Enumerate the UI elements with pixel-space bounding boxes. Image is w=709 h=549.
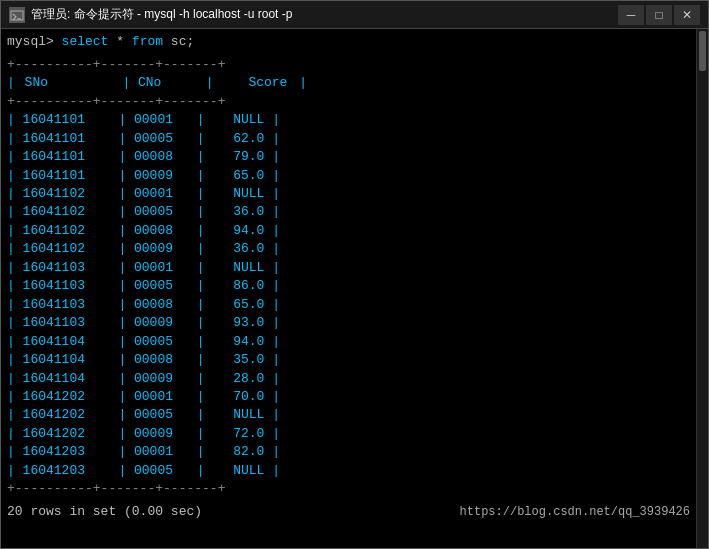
- cmd-space: *: [108, 34, 131, 49]
- table-rows: | 16041101 | 00001 | NULL || 16041101 | …: [7, 111, 690, 480]
- minimize-button[interactable]: ─: [618, 5, 644, 25]
- title-bar: 管理员: 命令提示符 - mysql -h localhost -u root …: [1, 1, 708, 29]
- table-row: | 16041101 | 00009 | 65.0 |: [7, 167, 690, 185]
- table-row: | 16041104 | 00005 | 94.0 |: [7, 333, 690, 351]
- terminal-content[interactable]: mysql> select * from sc; +----------+---…: [1, 29, 696, 548]
- title-bar-text: 管理员: 命令提示符 - mysql -h localhost -u root …: [31, 6, 292, 23]
- title-bar-left: 管理员: 命令提示符 - mysql -h localhost -u root …: [9, 6, 292, 23]
- cmd-table: sc;: [163, 34, 194, 49]
- status-url: https://blog.csdn.net/qq_3939426: [460, 504, 690, 521]
- table-row: | 16041202 | 00005 | NULL |: [7, 406, 690, 424]
- table-row: | 16041102 | 00008 | 94.0 |: [7, 222, 690, 240]
- cmd-select: select: [62, 34, 109, 49]
- table-row: | 16041102 | 00001 | NULL |: [7, 185, 690, 203]
- table-row: | 16041101 | 00008 | 79.0 |: [7, 148, 690, 166]
- window: 管理员: 命令提示符 - mysql -h localhost -u root …: [0, 0, 709, 549]
- scrollbar-thumb[interactable]: [699, 31, 706, 71]
- table-row: | 16041103 | 00009 | 93.0 |: [7, 314, 690, 332]
- sep-top: +----------+-------+-------+: [7, 56, 690, 74]
- col-header-score: Score: [221, 74, 291, 92]
- title-bar-controls: ─ □ ✕: [618, 5, 700, 25]
- table-row: | 16041103 | 00008 | 65.0 |: [7, 296, 690, 314]
- col-header-sno: SNo: [23, 74, 115, 92]
- table-row: | 16041101 | 00005 | 62.0 |: [7, 130, 690, 148]
- scrollbar[interactable]: [696, 29, 708, 548]
- table-row: | 16041104 | 00008 | 35.0 |: [7, 351, 690, 369]
- table-row: | 16041104 | 00009 | 28.0 |: [7, 370, 690, 388]
- table-row: | 16041203 | 00001 | 82.0 |: [7, 443, 690, 461]
- table-row: | 16041203 | 00005 | NULL |: [7, 462, 690, 480]
- table-row: | 16041102 | 00005 | 36.0 |: [7, 203, 690, 221]
- col-header-cno: CNo: [138, 74, 198, 92]
- close-button[interactable]: ✕: [674, 5, 700, 25]
- header-row: | SNo | CNo | Score |: [7, 74, 690, 92]
- cmd-from: from: [132, 34, 163, 49]
- table-row: | 16041202 | 00001 | 70.0 |: [7, 388, 690, 406]
- table-row: | 16041102 | 00009 | 36.0 |: [7, 240, 690, 258]
- table-container: +----------+-------+-------+ | SNo | CNo…: [7, 56, 690, 499]
- sep-bottom: +----------+-------+-------+: [7, 480, 690, 498]
- maximize-button[interactable]: □: [646, 5, 672, 25]
- prompt-line: mysql> select * from sc;: [7, 33, 690, 52]
- table-row: | 16041103 | 00005 | 86.0 |: [7, 277, 690, 295]
- table-row: | 16041101 | 00001 | NULL |: [7, 111, 690, 129]
- status-line: 20 rows in set (0.00 sec) https://blog.c…: [7, 499, 690, 522]
- table-row: | 16041202 | 00009 | 72.0 |: [7, 425, 690, 443]
- table-row: | 16041103 | 00001 | NULL |: [7, 259, 690, 277]
- prompt-text: mysql>: [7, 34, 62, 49]
- terminal-body: mysql> select * from sc; +----------+---…: [1, 29, 708, 548]
- rows-count: 20 rows in set (0.00 sec): [7, 503, 202, 522]
- cmd-icon: [9, 7, 25, 23]
- sep-header: +----------+-------+-------+: [7, 93, 690, 111]
